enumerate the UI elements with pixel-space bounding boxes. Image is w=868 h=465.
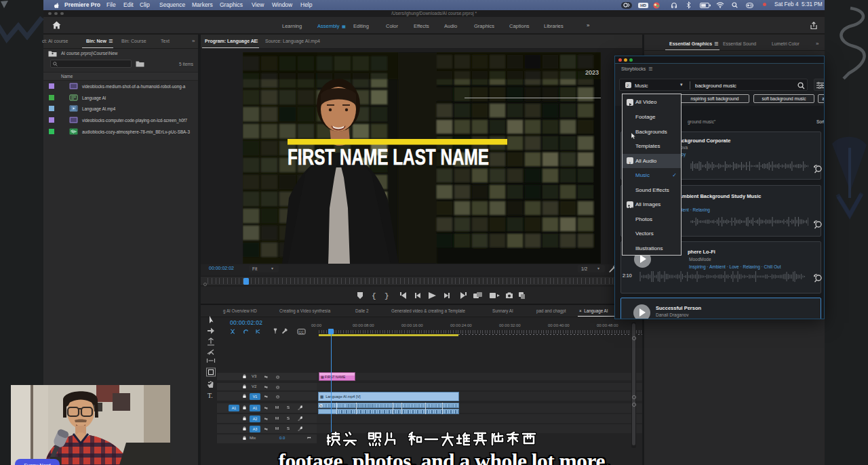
svg-text:♪: ♪ [629,160,631,166]
